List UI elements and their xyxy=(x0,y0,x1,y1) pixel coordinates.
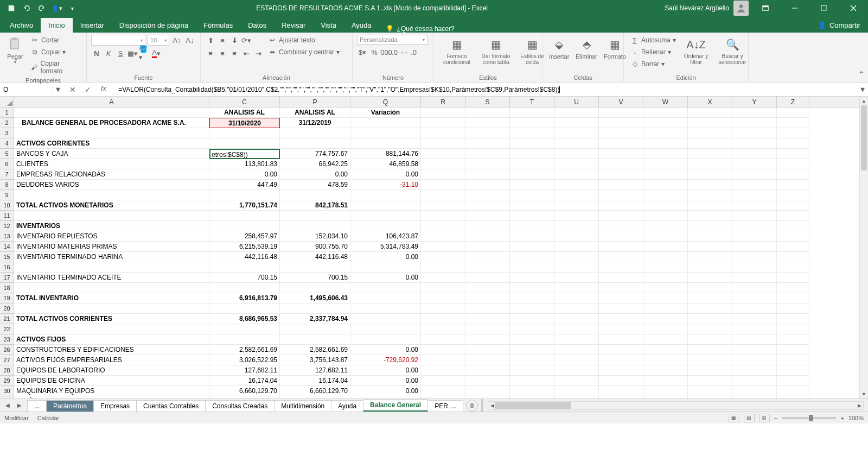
cell[interactable] xyxy=(209,283,280,293)
cell[interactable] xyxy=(732,386,777,396)
cell[interactable] xyxy=(688,107,732,118)
cell[interactable] xyxy=(554,190,599,200)
qat-customize-icon[interactable]: ▾ xyxy=(65,1,79,15)
cell[interactable] xyxy=(777,283,809,293)
cell[interactable] xyxy=(510,386,554,396)
cell[interactable] xyxy=(510,200,554,211)
select-all-button[interactable] xyxy=(0,97,14,107)
cell[interactable]: 0.00 xyxy=(350,345,421,355)
cell[interactable]: EQUIPOS DE OFICINA xyxy=(14,376,209,386)
cell[interactable] xyxy=(510,283,554,293)
cell[interactable] xyxy=(599,242,643,252)
zoom-level[interactable]: 100% xyxy=(848,415,864,421)
column-header-Q[interactable]: Q xyxy=(350,97,421,107)
cell[interactable] xyxy=(465,242,510,252)
font-size-combo[interactable]: 10▾ xyxy=(148,35,169,46)
row-header-14[interactable]: 14 xyxy=(0,242,14,252)
column-header-C[interactable]: C xyxy=(209,97,280,107)
cell[interactable]: 16,174.04 xyxy=(209,376,280,386)
redo-icon[interactable] xyxy=(35,1,49,15)
align-bottom-icon[interactable]: ⬇ xyxy=(229,35,240,46)
cell[interactable]: 2,337,784.94 xyxy=(280,314,350,324)
cell[interactable] xyxy=(599,386,643,396)
cell[interactable] xyxy=(510,324,554,334)
cell[interactable]: 2,582,661.69 xyxy=(209,345,280,355)
cell[interactable] xyxy=(510,128,554,138)
cell[interactable]: 106,423.87 xyxy=(350,231,421,242)
cell[interactable] xyxy=(643,303,688,314)
cell[interactable] xyxy=(510,149,554,159)
cell[interactable] xyxy=(554,396,599,399)
cell[interactable] xyxy=(421,386,465,396)
cell[interactable]: 66,942.25 xyxy=(280,159,350,169)
cell[interactable] xyxy=(777,334,809,345)
cell[interactable] xyxy=(643,386,688,396)
cell[interactable] xyxy=(421,211,465,221)
cell[interactable] xyxy=(643,293,688,303)
cell[interactable] xyxy=(14,262,209,273)
cell[interactable] xyxy=(777,314,809,324)
decrease-decimal-icon[interactable]: ←.0 xyxy=(405,47,416,58)
indent-increase-icon[interactable]: ⇥ xyxy=(253,48,264,59)
cell[interactable] xyxy=(554,242,599,252)
row-header-19[interactable]: 19 xyxy=(0,293,14,303)
cell[interactable] xyxy=(777,118,809,128)
cell[interactable]: 0.00 xyxy=(209,169,280,180)
scroll-right-icon[interactable]: ▶ xyxy=(856,402,863,409)
cell[interactable] xyxy=(350,314,421,324)
cell[interactable]: 5,314,783.49 xyxy=(350,242,421,252)
row-header-21[interactable]: 21 xyxy=(0,314,14,324)
cell[interactable] xyxy=(643,138,688,149)
cell[interactable] xyxy=(688,262,732,273)
cell[interactable] xyxy=(643,334,688,345)
cell[interactable] xyxy=(510,211,554,221)
format-table-button[interactable]: ▦Dar formato como tabla xyxy=(477,35,514,66)
cell[interactable]: CONSTRUCTORES Y EDIFICACIONES xyxy=(14,345,209,355)
sheet-tab-multidimensión[interactable]: Multidimensión xyxy=(274,400,331,412)
clear-button[interactable]: ◇Borrar ▾ xyxy=(628,59,678,69)
cell[interactable]: 700.15 xyxy=(209,273,280,283)
sheet-tab-parámetros[interactable]: Parámetros xyxy=(46,400,94,412)
cell[interactable]: BANCOS Y CAJA xyxy=(14,149,209,159)
cell[interactable] xyxy=(421,324,465,334)
cell[interactable] xyxy=(599,169,643,180)
cell[interactable]: ANALISIS AL xyxy=(209,107,280,118)
cell[interactable] xyxy=(280,138,350,149)
bold-button[interactable]: N xyxy=(91,48,102,59)
cell[interactable] xyxy=(777,252,809,262)
cell[interactable] xyxy=(688,231,732,242)
cell[interactable]: 0.00 xyxy=(280,169,350,180)
cell[interactable] xyxy=(599,128,643,138)
cell[interactable] xyxy=(643,211,688,221)
cell[interactable] xyxy=(599,273,643,283)
save-icon[interactable] xyxy=(4,1,18,15)
column-header-P[interactable]: P xyxy=(280,97,350,107)
cell[interactable] xyxy=(688,314,732,324)
column-header-R[interactable]: R xyxy=(421,97,465,107)
cell[interactable] xyxy=(732,273,777,283)
scroll-thumb[interactable] xyxy=(861,105,867,170)
cell[interactable] xyxy=(510,396,554,399)
cell[interactable] xyxy=(421,242,465,252)
autosum-button[interactable]: ∑Autosuma ▾ xyxy=(628,35,678,46)
cell[interactable] xyxy=(643,169,688,180)
cell[interactable] xyxy=(732,231,777,242)
cell[interactable] xyxy=(465,334,510,345)
sheet-tab-consultas-creadas[interactable]: Consultas Creadas xyxy=(205,400,275,412)
cell[interactable]: 0.00 xyxy=(350,252,421,262)
sheet-tab-per-[interactable]: PER … xyxy=(427,400,463,412)
cell[interactable] xyxy=(688,376,732,386)
cell[interactable] xyxy=(643,190,688,200)
cell[interactable] xyxy=(643,262,688,273)
cell[interactable] xyxy=(465,107,510,118)
cell[interactable] xyxy=(465,138,510,149)
cell[interactable] xyxy=(554,365,599,376)
cell[interactable] xyxy=(599,334,643,345)
cell[interactable] xyxy=(554,211,599,221)
cell[interactable]: MAQUINARIA Y EQUIPOS xyxy=(14,386,209,396)
number-format-combo[interactable]: Personalizada▾ xyxy=(357,35,427,45)
cell[interactable] xyxy=(777,138,809,149)
cell[interactable]: VEHÍCULOS xyxy=(14,396,209,399)
cell[interactable]: INVENTARIO TERMINADO ACEITE xyxy=(14,273,209,283)
row-header-13[interactable]: 13 xyxy=(0,231,14,242)
